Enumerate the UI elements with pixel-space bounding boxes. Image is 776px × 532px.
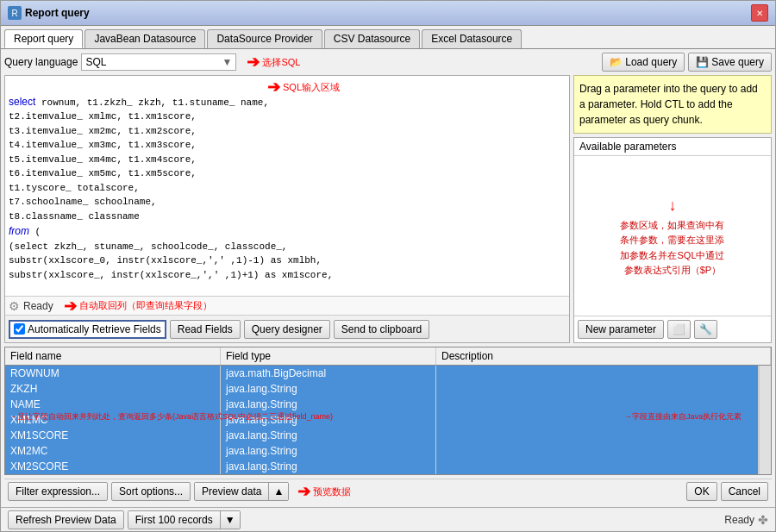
new-param-row: New parameter ⬜ 🔧 <box>574 316 771 342</box>
sql-editor[interactable]: select rownum, t1.zkzh_ zkzh, t1.stuname… <box>5 76 569 296</box>
toolbar-right: 📂 Load query 💾 Save query <box>602 53 772 72</box>
report-query-window: R Report query ✕ Report query JavaBean D… <box>0 0 776 532</box>
params-content: ↓ 参数区域，如果查询中有条件参数，需要在这里添加参数名并在SQL中通过参数表达… <box>574 156 771 316</box>
field-type-cell: java.lang.String <box>221 381 436 397</box>
params-box: Available parameters ↓ 参数区域，如果查询中有条件参数，需… <box>573 137 772 343</box>
right-panel: Drag a parameter into the query to add a… <box>573 75 772 343</box>
new-parameter-button[interactable]: New parameter <box>578 320 664 339</box>
auto-retrieve-annotation: ➔ 自动取回列（即查询结果字段） <box>64 297 212 316</box>
field-type-cell: java.math.BigDecimal <box>221 366 436 381</box>
field-name-header: Field name <box>5 347 221 365</box>
fields-table-scrollbar[interactable] <box>759 366 771 474</box>
auto-retrieve-checkbox[interactable]: Automatically Retrieve Fields <box>9 320 166 339</box>
footer-status-text: Ready <box>724 514 754 526</box>
field-name-cell: XM2SCORE <box>5 459 221 474</box>
params-note: ↓ 参数区域，如果查询中有条件参数，需要在这里添加参数名并在SQL中通过参数表达… <box>613 186 731 285</box>
field-name-cell: ZKZH <box>5 381 221 397</box>
field-name-cell: NAME →且让字段自动回来并到此处，查询返回多少条(Java语言格式SQL中必… <box>5 397 221 412</box>
window-icon: R <box>8 6 22 20</box>
field-desc-cell <box>436 428 759 443</box>
arrow-right-icon: ➔ <box>247 53 260 72</box>
records-split-button: First 100 records ▼ <box>128 510 241 529</box>
load-query-icon: 📂 <box>610 56 623 68</box>
preview-data-split-button: Preview data ▲ <box>194 482 289 501</box>
bottom-bar-left: Filter expression... Sort options... Pre… <box>8 482 351 501</box>
table-row[interactable]: XM1SCORE java.lang.String <box>5 428 759 443</box>
query-lang-row: Query language SQL ▼ ➔ 选择SQL 📂 Load quer… <box>4 53 772 72</box>
sql-editor-wrapper: select rownum, t1.zkzh_ zkzh, t1.stuname… <box>5 76 569 296</box>
params-title: Available parameters <box>574 138 771 156</box>
field-desc-cell <box>436 381 759 397</box>
table-row[interactable]: NAME →且让字段自动回来并到此处，查询返回多少条(Java语言格式SQL中必… <box>5 397 759 412</box>
footer-bar: Refresh Preview Data First 100 records ▼… <box>1 507 775 531</box>
tab-javabean[interactable]: JavaBean Datasource <box>84 29 205 48</box>
field-type-cell: java.lang.String <box>221 443 436 459</box>
refresh-preview-button[interactable]: Refresh Preview Data <box>8 510 124 529</box>
field-type-header: Field type <box>221 347 436 365</box>
spinner-icon: ✤ <box>758 513 768 527</box>
auto-retrieve-label: Automatically Retrieve Fields <box>28 323 161 335</box>
ok-button[interactable]: OK <box>686 482 717 501</box>
tab-bar: Report query JavaBean Datasource DataSou… <box>1 26 775 49</box>
query-lang-left: Query language SQL ▼ ➔ 选择SQL <box>4 53 300 72</box>
auto-retrieve-text: 自动取回列（即查询结果字段） <box>79 299 212 312</box>
field-desc-cell <box>436 397 759 412</box>
footer-left: Refresh Preview Data First 100 records ▼ <box>8 510 241 529</box>
field-desc-cell <box>436 459 759 474</box>
sql-status-text: Ready <box>23 300 53 312</box>
title-bar-left: R Report query <box>8 6 90 20</box>
auto-retrieve-input[interactable] <box>14 323 25 335</box>
load-query-button[interactable]: 📂 Load query <box>602 53 685 72</box>
param-icon-btn1[interactable]: ⬜ <box>667 320 691 339</box>
fields-table-body: ROWNUM java.math.BigDecimal ZKZH java.la… <box>5 366 771 474</box>
sql-panel: select rownum, t1.zkzh_ zkzh, t1.stuname… <box>4 75 570 343</box>
table-row[interactable]: ZKZH java.lang.String <box>5 381 759 397</box>
close-button[interactable]: ✕ <box>751 4 768 22</box>
preview-data-arrow[interactable]: ▲ <box>269 483 288 500</box>
save-query-icon: 💾 <box>696 56 709 68</box>
field-desc-cell <box>436 366 759 381</box>
field-name-cell: ROWNUM <box>5 366 221 381</box>
tab-datasource-provider[interactable]: DataSource Provider <box>207 29 322 48</box>
records-main[interactable]: First 100 records <box>128 511 221 529</box>
fields-table: Field name Field type Description ROWNUM… <box>4 347 772 475</box>
table-row[interactable]: ROWNUM java.math.BigDecimal <box>5 366 759 381</box>
title-bar: R Report query ✕ <box>1 1 775 26</box>
arrow-preview-icon: ➔ <box>297 482 310 501</box>
tab-csv[interactable]: CSV Datasource <box>324 29 420 48</box>
main-content: Query language SQL ▼ ➔ 选择SQL 📂 Load quer… <box>1 49 775 507</box>
field-type-cell: java.lang.String <box>221 459 436 474</box>
fields-table-header: Field name Field type Description <box>5 347 771 366</box>
field-type-cell: java.lang.String →字段直接由来自Java执行化元素 <box>221 397 436 412</box>
filter-expression-button[interactable]: Filter expression... <box>8 482 108 501</box>
fields-rows-container: ROWNUM java.math.BigDecimal ZKZH java.la… <box>5 366 759 474</box>
gear-icon: ⚙ <box>9 299 20 313</box>
field-name-cell: XM2MC <box>5 443 221 459</box>
query-lang-select[interactable]: SQL ▼ <box>81 53 236 71</box>
save-query-button[interactable]: 💾 Save query <box>688 53 772 72</box>
table-row[interactable]: XM2SCORE java.lang.String <box>5 459 759 474</box>
select-arrow-icon: ▼ <box>222 56 233 68</box>
field-type-cell: java.lang.String <box>221 428 436 443</box>
main-area: select rownum, t1.zkzh_ zkzh, t1.stuname… <box>4 75 772 343</box>
tab-report-query[interactable]: Report query <box>4 29 83 48</box>
query-designer-button[interactable]: Query designer <box>244 320 330 339</box>
cancel-button[interactable]: Cancel <box>721 482 768 501</box>
send-clipboard-button[interactable]: Send to clipboard <box>334 320 429 339</box>
arrow-auto-icon: ➔ <box>64 297 77 316</box>
field-name-cell: XM1SCORE <box>5 428 221 443</box>
sort-options-button[interactable]: Sort options... <box>111 482 191 501</box>
records-arrow[interactable]: ▼ <box>221 511 240 529</box>
field-desc-cell <box>436 443 759 459</box>
bottom-action-bar: Filter expression... Sort options... Pre… <box>4 479 772 504</box>
table-row[interactable]: XM2MC java.lang.String <box>5 443 759 459</box>
preview-annotation-text: 预览数据 <box>313 485 351 498</box>
bottom-bar-right: OK Cancel <box>686 482 768 501</box>
footer-right: Ready ✤ <box>724 513 768 527</box>
hint-box: Drag a parameter into the query to add a… <box>573 75 772 134</box>
query-lang-label: Query language <box>4 56 78 68</box>
tab-excel[interactable]: Excel Datasource <box>422 29 522 48</box>
preview-data-button[interactable]: Preview data <box>195 483 269 500</box>
param-icon-btn2[interactable]: 🔧 <box>694 320 717 339</box>
read-fields-button[interactable]: Read Fields <box>170 320 241 339</box>
